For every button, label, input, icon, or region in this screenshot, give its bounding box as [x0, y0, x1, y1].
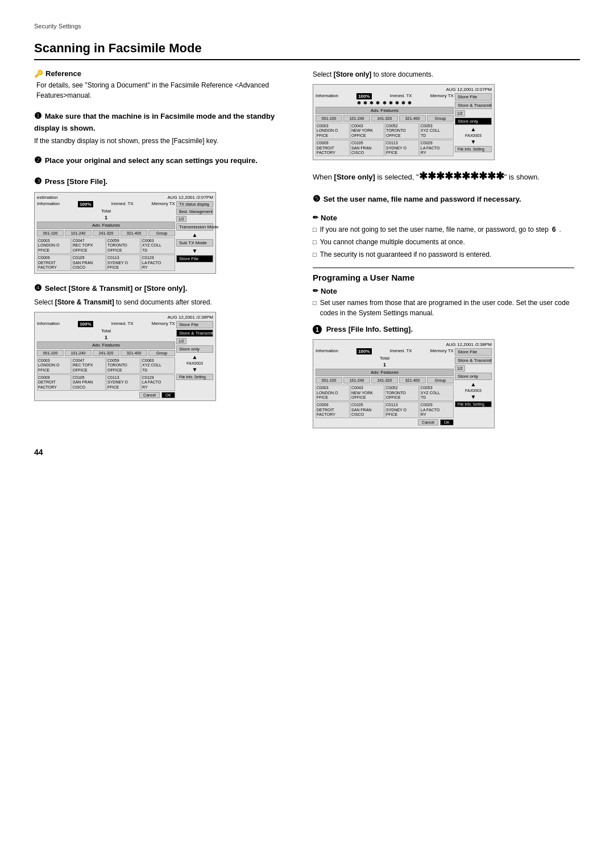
step-4-block: ❹ Select [Store & Transmit] or [Store on… — [34, 282, 296, 401]
note-block-1: ✏ Note If you are not going to set the u… — [313, 214, 574, 260]
section-divider-1 — [313, 268, 574, 268]
note-item-2: You cannot change multiple documents at … — [313, 237, 574, 247]
note-item-1: If you are not going to set the user nam… — [313, 224, 574, 235]
store-only-desc: Select [Store only] to store documents. — [313, 69, 574, 80]
left-column: 🔑 Reference For details, see "Storing a … — [34, 69, 296, 436]
note-title-2: ✏ Note — [313, 287, 574, 295]
step-1-block: ❶ Make sure that the machine is in Facsi… — [34, 110, 296, 146]
note-icon-1: ✏ — [313, 214, 318, 222]
fax-screen-3: AUG 12,2001 /2:07PM Information 100% Imm… — [313, 84, 495, 160]
programing-step-1-heading: 1 Press [File Info. Setting]. — [313, 324, 574, 335]
reference-block: 🔑 Reference For details, see "Storing a … — [34, 69, 296, 101]
fax-date-3: AUG 12,2001 /2:07PM — [446, 87, 492, 92]
step-4-heading: ❹ Select [Store & Transmit] or [Store on… — [34, 282, 296, 295]
key-icon: 🔑 — [34, 69, 43, 78]
reference-title: 🔑 Reference — [34, 69, 296, 78]
fax-screen-1: estimation AUG 12,2001 /2:07PM Informati… — [34, 192, 216, 274]
note-title-1: ✏ Note — [313, 214, 574, 222]
breadcrumb: Security Settings — [34, 23, 580, 30]
step-2-block: ❷ Place your original and select any sca… — [34, 154, 296, 167]
step-5-heading: ❺ Set the user name, file name and passw… — [313, 193, 574, 206]
step-3-block: ❸ Press [Store File]. estimation AUG 12,… — [34, 175, 296, 274]
fax-screen-2: AUG 12,2001 /2:38PM Information 100% Imm… — [34, 312, 216, 401]
programing-title: Programing a User Name — [313, 273, 574, 282]
store-only-block: Select [Store only] to store documents. … — [313, 69, 574, 160]
store-only-message: When [Store only] is selected, "✱✱✱✱✱✱✱✱… — [313, 168, 574, 185]
page-header: Security Settings — [34, 23, 580, 30]
step-1-sub: If the standby display is not shown, pre… — [34, 136, 296, 146]
note-icon-2: ✏ — [313, 287, 318, 295]
programing-step-1-block: 1 Press [File Info. Setting]. AUG 12,200… — [313, 324, 574, 429]
store-only-stars-block: When [Store only] is selected, "✱✱✱✱✱✱✱✱… — [313, 168, 574, 185]
page-title: Scanning in Facsimile Mode — [34, 41, 580, 60]
fax-date-1: AUG 12,2001 /2:07PM — [168, 195, 214, 200]
right-column: Select [Store only] to store documents. … — [313, 69, 574, 436]
fax-date-2: AUG 12,2001 /2:38PM — [168, 315, 214, 320]
fax-label-1: estimation — [37, 195, 57, 200]
note-item-3: The security is not guaranteed if no pas… — [313, 249, 574, 260]
page-number: 44 — [34, 448, 43, 457]
fax-date-4: AUG 12,2001 /2:38PM — [446, 342, 492, 347]
step-2-heading: ❷ Place your original and select any sca… — [34, 154, 296, 167]
reference-text: For details, see "Storing a Document" in… — [36, 80, 296, 101]
fax-screen-4: AUG 12,2001 /2:38PM Information 100% Imm… — [313, 339, 495, 428]
step-3-heading: ❸ Press [Store File]. — [34, 175, 296, 188]
note-block-2: ✏ Note Set user names from those that ar… — [313, 287, 574, 318]
step-1-heading: ❶ Make sure that the machine is in Facsi… — [34, 110, 296, 133]
step-4-sub1: Select [Store & Transmit] to send docume… — [34, 297, 296, 307]
note-item-4: Set user names from those that are progr… — [313, 298, 574, 318]
step-5-block: ❺ Set the user name, file name and passw… — [313, 193, 574, 206]
